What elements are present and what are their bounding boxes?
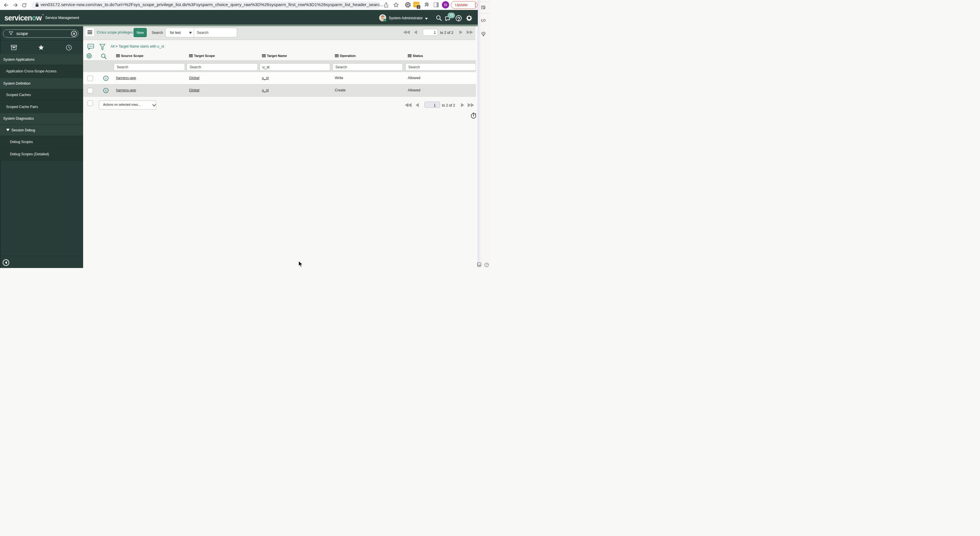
svg-text:to 2 of 2: to 2 of 2 (440, 31, 453, 35)
svg-text:?: ? (486, 263, 487, 266)
svg-text:1: 1 (434, 31, 436, 35)
svg-text:3: 3 (418, 6, 419, 9)
svg-text:1: 1 (434, 103, 436, 107)
svg-text:to 2 of 2: to 2 of 2 (442, 103, 455, 107)
